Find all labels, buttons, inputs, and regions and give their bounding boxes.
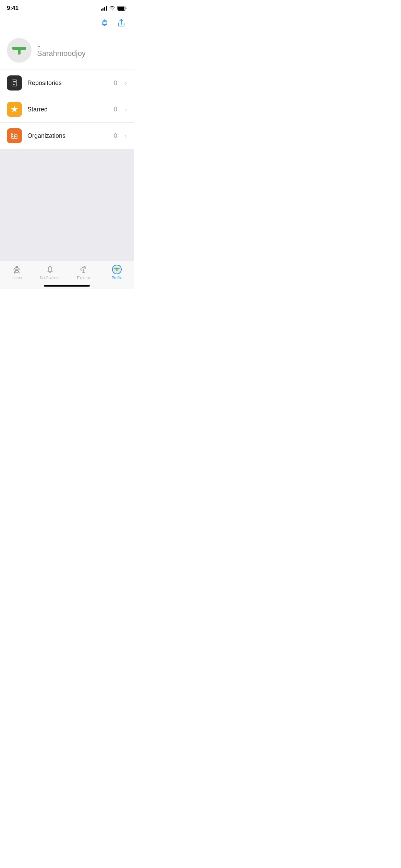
repositories-chevron: › <box>125 80 127 87</box>
organizations-chevron: › <box>125 132 127 140</box>
notifications-icon <box>45 265 55 274</box>
repositories-count: 0 <box>114 80 117 87</box>
svg-rect-19 <box>80 266 86 270</box>
tab-home[interactable]: Home <box>5 265 29 280</box>
svg-rect-1 <box>118 7 124 10</box>
status-bar: 9:41 <box>0 0 134 14</box>
profile-info: ⌄ Sarahmoodjoy <box>37 43 86 58</box>
tab-notifications[interactable]: Notifications <box>38 265 62 280</box>
organizations-label: Organizations <box>27 132 108 140</box>
profile-tab-avatar <box>112 265 122 274</box>
tab-profile-label: Profile <box>112 276 122 280</box>
profile-header: ⌄ Sarahmoodjoy <box>0 34 134 70</box>
action-bar <box>0 14 134 34</box>
signal-icon <box>101 6 107 11</box>
tab-profile[interactable]: Profile <box>105 265 129 280</box>
starred-count: 0 <box>114 106 117 113</box>
svg-rect-12 <box>15 136 16 137</box>
status-time: 9:41 <box>7 5 19 12</box>
explore-icon <box>79 265 88 274</box>
organizations-icon <box>7 128 22 143</box>
empty-area <box>0 149 134 278</box>
svg-rect-11 <box>12 136 13 137</box>
home-icon <box>12 265 22 274</box>
svg-rect-3 <box>18 47 21 55</box>
menu-list: Repositories 0 › Starred 0 › <box>0 70 134 149</box>
starred-item[interactable]: Starred 0 › <box>0 96 134 123</box>
starred-chevron: › <box>125 106 127 113</box>
tab-notifications-label: Notifications <box>40 276 60 280</box>
starred-label: Starred <box>27 106 108 113</box>
starred-icon <box>7 102 22 117</box>
account-switcher[interactable]: ⌄ <box>37 43 86 48</box>
chevron-down-icon: ⌄ <box>37 43 41 48</box>
repositories-label: Repositories <box>27 80 108 87</box>
tab-explore[interactable]: Explore <box>72 265 96 280</box>
svg-rect-22 <box>117 268 118 271</box>
repositories-icon <box>7 75 22 91</box>
organizations-item[interactable]: Organizations 0 › <box>0 123 134 149</box>
home-indicator <box>44 285 90 287</box>
svg-rect-13 <box>13 138 15 138</box>
username: Sarahmoodjoy <box>37 49 86 58</box>
share-button[interactable] <box>116 17 127 30</box>
repositories-item[interactable]: Repositories 0 › <box>0 70 134 96</box>
avatar <box>7 38 32 63</box>
tab-home-label: Home <box>12 276 22 280</box>
battery-icon <box>117 6 127 11</box>
tab-explore-label: Explore <box>77 276 90 280</box>
organizations-count: 0 <box>114 132 117 140</box>
settings-button[interactable] <box>99 17 110 30</box>
main-content: ⌄ Sarahmoodjoy Repositories 0 › <box>0 34 134 278</box>
status-icons <box>101 6 127 11</box>
svg-rect-10 <box>12 134 13 135</box>
wifi-icon <box>109 6 115 11</box>
profile-tab-icon <box>112 265 122 274</box>
